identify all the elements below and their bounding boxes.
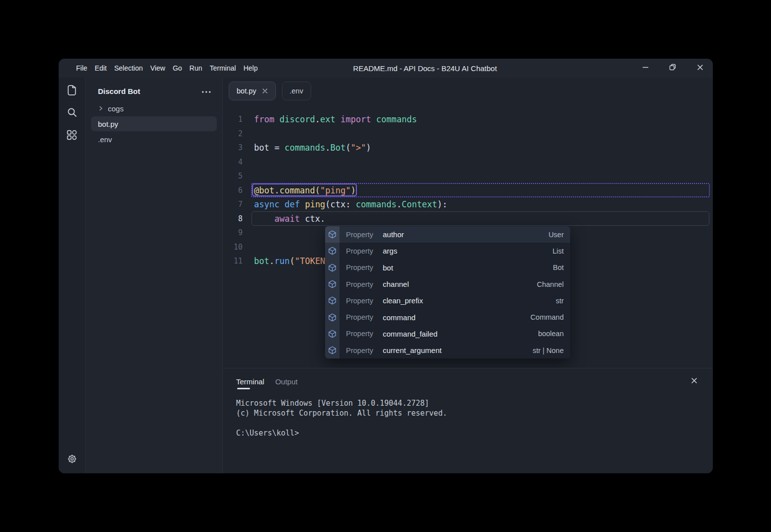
tree-item-cogs[interactable]: cogs bbox=[91, 101, 217, 116]
line-number: 9 bbox=[223, 228, 243, 237]
autocomplete-item-author[interactable]: PropertyauthorUser bbox=[325, 226, 570, 243]
settings-icon bbox=[66, 453, 78, 467]
menu-help[interactable]: Help bbox=[243, 63, 258, 73]
cube-icon bbox=[325, 309, 340, 325]
minimize-icon bbox=[642, 64, 649, 73]
line-number: 3 bbox=[223, 143, 243, 152]
terminal-close-button[interactable] bbox=[690, 377, 698, 386]
terminal-output[interactable]: Microsoft Windows [Version 10.0.19044.27… bbox=[223, 391, 713, 438]
item-kind: Property bbox=[346, 313, 383, 321]
item-type: List bbox=[552, 247, 564, 255]
tree-item-label: bot.py bbox=[98, 120, 118, 128]
menu-run[interactable]: Run bbox=[189, 63, 203, 73]
autocomplete-popup: PropertyauthorUserPropertyargsListProper… bbox=[325, 226, 570, 358]
menu-selection[interactable]: Selection bbox=[114, 63, 144, 73]
menu-edit[interactable]: Edit bbox=[94, 63, 107, 73]
item-type: boolean bbox=[538, 330, 564, 338]
item-name: channel bbox=[383, 280, 409, 288]
terminal-tab-output[interactable]: Output bbox=[275, 377, 298, 386]
tree-item-label: cogs bbox=[108, 104, 124, 113]
autocomplete-item-command_failed[interactable]: Propertycommand_failedboolean bbox=[325, 326, 570, 342]
activity-bar bbox=[59, 78, 86, 473]
tree-item-env[interactable]: .env bbox=[91, 132, 217, 147]
restore-icon bbox=[669, 63, 677, 73]
close-icon bbox=[696, 64, 704, 73]
item-name: bot bbox=[383, 264, 393, 272]
item-type: Bot bbox=[553, 264, 564, 271]
code-text: async def ping(ctx: commands.Context): bbox=[243, 199, 447, 209]
editor-group: bot.py.env 1from discord.ext import comm… bbox=[223, 78, 713, 473]
terminal-line bbox=[236, 418, 713, 428]
code-line-4[interactable]: 4 bbox=[223, 155, 713, 170]
code-text: bot = commands.Bot(">") bbox=[243, 143, 371, 153]
terminal-header: TerminalOutput bbox=[223, 368, 713, 391]
restore-button[interactable] bbox=[666, 61, 680, 75]
item-type: str | None bbox=[532, 347, 564, 355]
line-number: 4 bbox=[223, 158, 243, 167]
cube-icon bbox=[325, 243, 340, 259]
project-title: Discord Bot bbox=[98, 87, 140, 95]
code-line-1[interactable]: 1from discord.ext import commands bbox=[223, 112, 713, 127]
files-icon bbox=[66, 84, 78, 98]
line-number: 11 bbox=[223, 257, 243, 266]
item-kind: Property bbox=[346, 247, 383, 255]
autocomplete-item-current_argument[interactable]: Propertycurrent_argumentstr | None bbox=[325, 342, 570, 358]
code-line-5[interactable]: 5 bbox=[223, 169, 713, 183]
autocomplete-item-command[interactable]: PropertycommandCommand bbox=[325, 309, 570, 325]
search-button[interactable] bbox=[66, 107, 79, 120]
tab-bot-py[interactable]: bot.py bbox=[229, 82, 276, 100]
settings-button[interactable] bbox=[66, 453, 79, 466]
terminal-tabs: TerminalOutput bbox=[236, 377, 309, 386]
cube-icon bbox=[325, 260, 340, 276]
tree-item-bot-py[interactable]: bot.py bbox=[91, 116, 217, 131]
file-tree: cogsbot.py.env bbox=[86, 101, 222, 147]
line-number: 6 bbox=[223, 186, 243, 195]
terminal-tab-terminal[interactable]: Terminal bbox=[236, 377, 264, 386]
tab-close-button[interactable] bbox=[262, 88, 268, 94]
menu-file[interactable]: File bbox=[76, 63, 88, 73]
item-name: args bbox=[383, 247, 397, 255]
desktop-background: FileEditSelectionViewGoRunTerminalHelp R… bbox=[0, 0, 771, 532]
code-line-8[interactable]: 8 await ctx. bbox=[223, 212, 713, 226]
tab-env[interactable]: .env bbox=[282, 82, 311, 100]
line-number: 5 bbox=[223, 172, 243, 180]
terminal-panel: TerminalOutput Microsoft Windows [Versio… bbox=[223, 368, 713, 473]
code-line-3[interactable]: 3bot = commands.Bot(">") bbox=[223, 141, 713, 155]
extensions-button[interactable] bbox=[66, 129, 79, 142]
item-kind: Property bbox=[346, 280, 383, 288]
cube-icon bbox=[325, 276, 340, 292]
close-button[interactable] bbox=[693, 61, 707, 75]
cube-icon bbox=[325, 326, 340, 342]
autocomplete-item-args[interactable]: PropertyargsList bbox=[325, 243, 570, 259]
item-type: Channel bbox=[537, 280, 564, 288]
line-number: 8 bbox=[223, 214, 243, 223]
extensions-icon bbox=[66, 129, 78, 143]
menu-terminal[interactable]: Terminal bbox=[209, 63, 237, 73]
terminal-line: Microsoft Windows [Version 10.0.19044.27… bbox=[236, 398, 713, 408]
close-icon bbox=[690, 377, 698, 386]
app-window: FileEditSelectionViewGoRunTerminalHelp R… bbox=[59, 59, 713, 473]
explorer-button[interactable] bbox=[66, 85, 79, 97]
menu-view[interactable]: View bbox=[150, 63, 166, 73]
code-editor[interactable]: 1from discord.ext import commands23bot =… bbox=[223, 104, 713, 368]
line-number: 1 bbox=[223, 115, 243, 124]
more-actions-button[interactable] bbox=[201, 87, 211, 95]
tab-label: bot.py bbox=[237, 87, 257, 95]
autocomplete-item-channel[interactable]: PropertychannelChannel bbox=[325, 276, 570, 292]
autocomplete-item-clean_prefix[interactable]: Propertyclean_prefixstr bbox=[325, 292, 570, 309]
menu-go[interactable]: Go bbox=[172, 63, 182, 73]
item-kind: Property bbox=[346, 347, 383, 355]
window-controls bbox=[638, 61, 707, 75]
item-type: Command bbox=[530, 313, 564, 321]
sidebar-explorer: Discord Bot cogsbot.py.env bbox=[86, 78, 223, 473]
line6-decorator-box bbox=[252, 183, 357, 196]
title-bar: FileEditSelectionViewGoRunTerminalHelp R… bbox=[59, 59, 713, 78]
minimize-button[interactable] bbox=[638, 61, 652, 75]
code-line-2[interactable]: 2 bbox=[223, 127, 713, 141]
line-number: 2 bbox=[223, 129, 243, 138]
item-name: command_failed bbox=[383, 330, 437, 338]
autocomplete-item-bot[interactable]: PropertybotBot bbox=[325, 260, 570, 276]
code-line-7[interactable]: 7async def ping(ctx: commands.Context): bbox=[223, 197, 713, 212]
item-name: author bbox=[383, 230, 404, 239]
item-kind: Property bbox=[346, 297, 383, 305]
